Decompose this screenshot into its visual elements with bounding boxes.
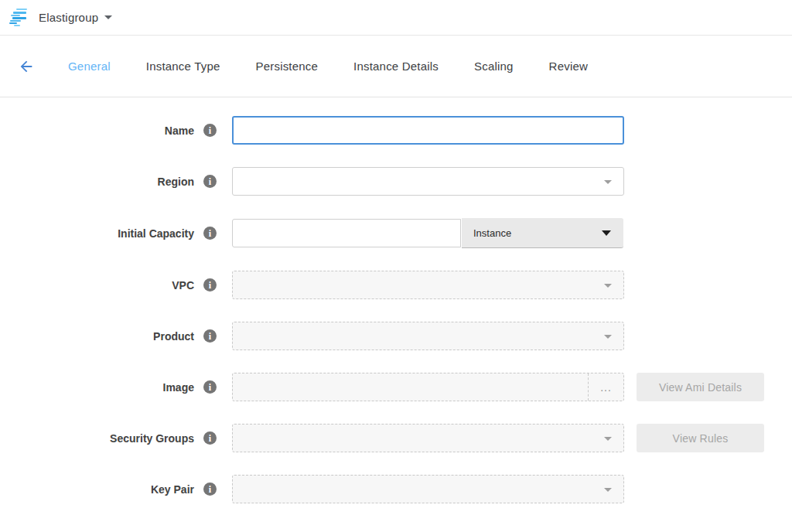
- field-row-key-pair: Key Pair: [0, 475, 792, 503]
- security-groups-label: Security Groups: [110, 432, 194, 445]
- field-row-name: Name: [0, 116, 792, 145]
- tab-review[interactable]: Review: [549, 60, 588, 73]
- wizard-tab-bar: General Instance Type Persistence Instan…: [0, 36, 792, 97]
- key-pair-label: Key Pair: [151, 483, 194, 496]
- image-label: Image: [163, 381, 194, 394]
- chevron-down-icon: [104, 15, 112, 19]
- tab-instance-type[interactable]: Instance Type: [146, 60, 220, 73]
- general-settings-form: Name Region Initial Capacity Instance: [0, 97, 792, 503]
- region-select[interactable]: [232, 167, 624, 196]
- app-name: Elastigroup: [39, 11, 98, 24]
- view-rules-button: View Rules: [637, 424, 764, 452]
- initial-capacity-label: Initial Capacity: [118, 227, 194, 240]
- field-row-region: Region: [0, 167, 792, 196]
- product-label: Product: [153, 330, 194, 343]
- back-button[interactable]: [15, 56, 37, 77]
- chevron-down-icon: [604, 335, 612, 339]
- vpc-select: [232, 271, 624, 299]
- tab-scaling[interactable]: Scaling: [474, 60, 514, 73]
- product-select: [232, 322, 624, 350]
- info-icon[interactable]: [203, 227, 217, 240]
- key-pair-select: [232, 475, 624, 503]
- field-row-image: Image ... View Ami Details: [0, 373, 792, 401]
- initial-capacity-input[interactable]: [232, 219, 461, 247]
- region-label: Region: [158, 176, 194, 188]
- view-ami-details-button: View Ami Details: [637, 373, 764, 401]
- chevron-down-icon: [604, 437, 612, 441]
- info-icon[interactable]: [203, 329, 217, 343]
- chevron-down-icon: [604, 284, 612, 288]
- name-label: Name: [165, 124, 194, 137]
- capacity-unit-value: Instance: [473, 227, 511, 239]
- chevron-down-icon: [604, 488, 612, 492]
- app-switcher[interactable]: Elastigroup: [39, 11, 112, 24]
- info-icon[interactable]: [203, 380, 217, 394]
- field-row-product: Product: [0, 322, 792, 350]
- field-row-vpc: VPC: [0, 271, 792, 299]
- info-icon[interactable]: [203, 278, 217, 292]
- vpc-label: VPC: [172, 279, 194, 292]
- field-row-security-groups: Security Groups View Rules: [0, 424, 792, 452]
- back-arrow-icon: [18, 58, 35, 75]
- capacity-unit-select[interactable]: Instance: [462, 218, 623, 248]
- info-icon[interactable]: [203, 431, 217, 445]
- image-input: ...: [232, 373, 624, 401]
- security-groups-select: [232, 424, 624, 452]
- image-browse-button: ...: [588, 373, 623, 401]
- elastigroup-logo: [9, 9, 31, 26]
- tab-instance-details[interactable]: Instance Details: [353, 60, 439, 73]
- chevron-down-icon: [602, 230, 611, 236]
- name-input[interactable]: [232, 116, 624, 145]
- tab-persistence[interactable]: Persistence: [256, 60, 319, 73]
- info-icon[interactable]: [203, 124, 217, 137]
- chevron-down-icon: [604, 180, 612, 184]
- top-bar: Elastigroup: [0, 0, 792, 36]
- info-icon[interactable]: [203, 483, 217, 496]
- info-icon[interactable]: [203, 175, 217, 188]
- field-row-initial-capacity: Initial Capacity Instance: [0, 218, 792, 248]
- tab-general[interactable]: General: [68, 60, 111, 73]
- wizard-tabs: General Instance Type Persistence Instan…: [68, 60, 623, 73]
